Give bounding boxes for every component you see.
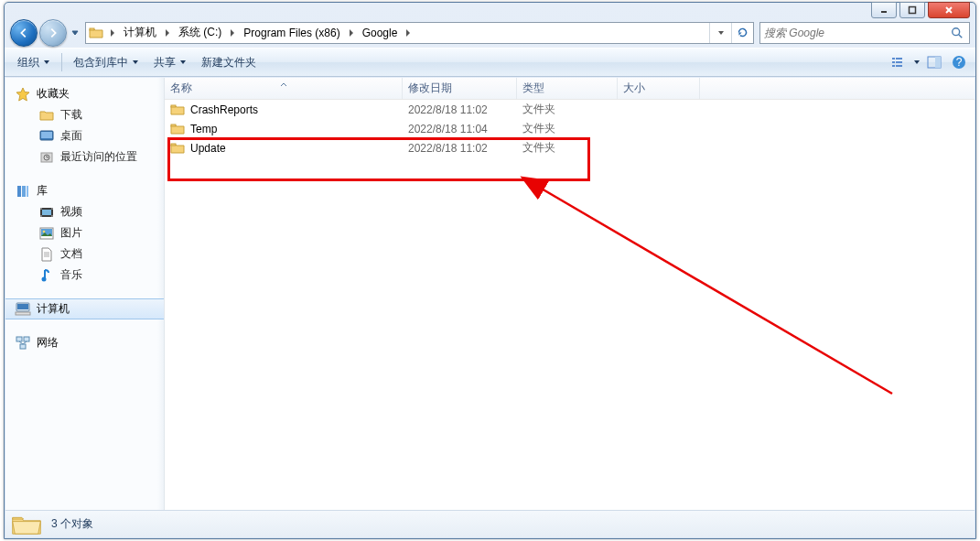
- sidebar-item-label: 文档: [60, 246, 82, 262]
- view-options-button[interactable]: [888, 51, 910, 73]
- navigation-row: 计算机 系统 (C:) Program Files (x86) Google: [10, 17, 970, 48]
- folder-location-icon: [86, 23, 106, 43]
- close-button[interactable]: [928, 2, 970, 18]
- svg-point-38: [42, 276, 47, 281]
- view-options-dropdown[interactable]: [913, 59, 921, 66]
- column-type[interactable]: 类型: [517, 78, 618, 99]
- file-date: 2022/8/18 11:02: [403, 103, 517, 116]
- sidebar-computer[interactable]: 计算机: [5, 298, 164, 319]
- list-item[interactable]: Temp 2022/8/18 11:04 文件夹: [165, 119, 975, 138]
- svg-text:?: ?: [956, 56, 963, 69]
- titlebar: [5, 3, 975, 17]
- sidebar-network[interactable]: 网络: [5, 332, 164, 353]
- sidebar-item-videos[interactable]: 视频: [5, 201, 164, 222]
- details-pane: 3 个对象: [5, 510, 975, 537]
- sidebar-item-downloads[interactable]: 下载: [5, 104, 164, 125]
- search-icon[interactable]: [949, 27, 965, 39]
- search-box[interactable]: [759, 22, 970, 44]
- share-label: 共享: [154, 55, 176, 70]
- svg-rect-49: [171, 144, 176, 146]
- sidebar-item-recent[interactable]: 最近访问的位置: [5, 146, 164, 168]
- column-name-label: 名称: [170, 81, 192, 96]
- breadcrumb-item[interactable]: Google: [358, 27, 403, 39]
- column-size[interactable]: 大小: [618, 78, 700, 99]
- svg-rect-43: [24, 337, 29, 341]
- downloads-icon: [38, 107, 55, 124]
- navigation-pane[interactable]: 收藏夹 下载 桌面 最近访问的位置 库: [5, 78, 165, 511]
- forward-button[interactable]: [39, 19, 67, 47]
- column-date[interactable]: 修改日期: [403, 78, 517, 99]
- include-in-library-button[interactable]: 包含到库中: [66, 51, 146, 74]
- sidebar-computer-label: 计算机: [37, 301, 70, 317]
- nav-history-dropdown[interactable]: [69, 23, 81, 43]
- sidebar-item-desktop[interactable]: 桌面: [5, 125, 164, 146]
- list-item[interactable]: CrashReports 2022/8/18 11:02 文件夹: [165, 100, 975, 119]
- sidebar-item-documents[interactable]: 文档: [5, 243, 164, 265]
- back-button[interactable]: [10, 19, 38, 47]
- breadcrumb-sep[interactable]: [226, 29, 239, 37]
- svg-line-50: [540, 188, 892, 394]
- content-area: 收藏夹 下载 桌面 最近访问的位置 库: [5, 78, 975, 511]
- svg-rect-48: [171, 124, 176, 126]
- breadcrumb-item[interactable]: 系统 (C:): [174, 25, 226, 40]
- include-label: 包含到库中: [73, 55, 128, 70]
- svg-rect-1: [910, 7, 916, 14]
- refresh-button[interactable]: [731, 23, 753, 43]
- search-input[interactable]: [764, 27, 949, 39]
- sidebar-item-music[interactable]: 音乐: [5, 265, 164, 286]
- sidebar-item-label: 下载: [60, 107, 82, 123]
- details-folder-icon: [11, 512, 42, 537]
- sort-indicator-icon: [280, 77, 287, 90]
- command-bar: 组织 包含到库中 共享 新建文件夹: [5, 48, 975, 77]
- svg-rect-11: [892, 65, 895, 67]
- maximize-button[interactable]: [899, 2, 925, 18]
- column-name[interactable]: 名称: [165, 78, 403, 99]
- svg-rect-44: [20, 344, 26, 349]
- address-dropdown[interactable]: [709, 23, 731, 43]
- favorites-icon: [15, 86, 31, 103]
- file-type: 文件夹: [517, 102, 618, 117]
- address-bar[interactable]: 计算机 系统 (C:) Program Files (x86) Google: [85, 22, 754, 44]
- breadcrumb-sep[interactable]: [161, 29, 174, 37]
- file-type: 文件夹: [517, 121, 618, 136]
- svg-point-31: [51, 215, 52, 216]
- breadcrumb-item[interactable]: Program Files (x86): [239, 27, 344, 39]
- list-item[interactable]: Update 2022/8/18 11:02 文件夹: [165, 138, 975, 157]
- column-headers: 名称 修改日期 类型 大小: [165, 78, 975, 100]
- computer-icon: [15, 301, 31, 318]
- sidebar-item-label: 最近访问的位置: [60, 149, 137, 165]
- window-controls: [871, 2, 970, 18]
- breadcrumb-item[interactable]: 计算机: [119, 25, 161, 40]
- libraries-icon: [15, 183, 31, 200]
- sidebar-libraries[interactable]: 库: [5, 180, 164, 201]
- file-name: CrashReports: [190, 103, 258, 116]
- help-button[interactable]: ?: [948, 51, 970, 73]
- svg-point-29: [40, 215, 41, 216]
- svg-point-34: [43, 230, 46, 233]
- breadcrumb-root-sep[interactable]: [106, 29, 119, 37]
- share-button[interactable]: 共享: [146, 51, 194, 74]
- svg-rect-41: [16, 312, 30, 315]
- sidebar-item-pictures[interactable]: 图片: [5, 222, 164, 243]
- sidebar-item-label: 图片: [60, 225, 82, 241]
- recent-places-icon: [38, 149, 55, 166]
- svg-rect-27: [42, 210, 51, 215]
- preview-pane-button[interactable]: [923, 51, 945, 73]
- svg-rect-14: [935, 57, 941, 68]
- new-folder-label: 新建文件夹: [201, 55, 256, 70]
- sidebar-favorites[interactable]: 收藏夹: [5, 83, 164, 104]
- svg-point-28: [40, 208, 41, 209]
- sidebar-favorites-label: 收藏夹: [37, 86, 70, 102]
- svg-rect-9: [892, 61, 895, 63]
- breadcrumb-sep[interactable]: [345, 29, 358, 37]
- toolbar-separator: [61, 53, 62, 71]
- organize-button[interactable]: 组织: [10, 51, 58, 74]
- pictures-icon: [38, 225, 55, 242]
- svg-rect-18: [41, 132, 52, 138]
- new-folder-button[interactable]: 新建文件夹: [194, 51, 264, 74]
- svg-rect-4: [90, 28, 94, 30]
- documents-icon: [38, 246, 55, 263]
- minimize-button[interactable]: [871, 2, 897, 18]
- breadcrumb-sep[interactable]: [402, 29, 415, 37]
- file-name: Update: [190, 142, 226, 155]
